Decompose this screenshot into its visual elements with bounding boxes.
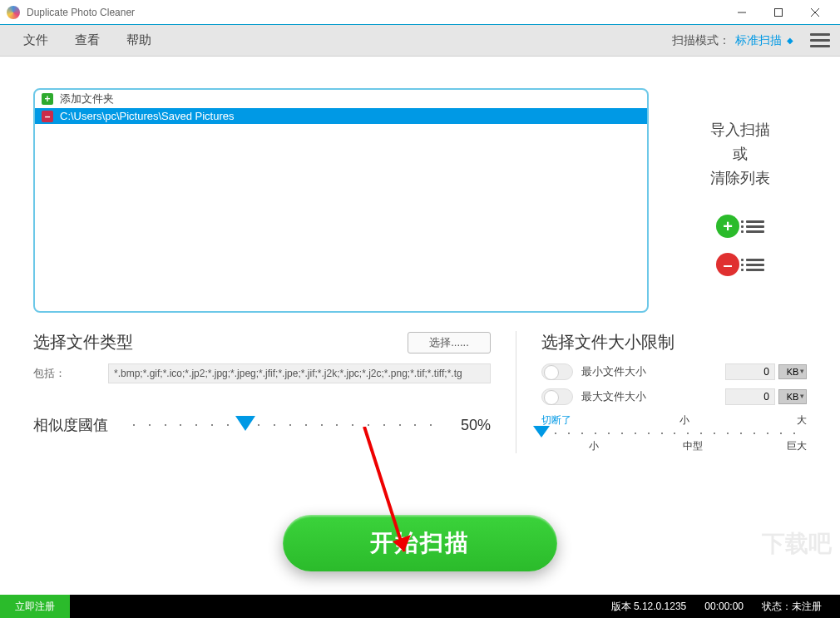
scan-mode-dropdown-icon[interactable]: ◆ bbox=[787, 36, 793, 45]
close-button[interactable] bbox=[797, 1, 833, 24]
cutoff-bot-right: 巨大 bbox=[787, 439, 807, 453]
plus-icon: + bbox=[42, 93, 53, 105]
max-size-label: 最大文件大小 bbox=[581, 389, 725, 404]
watermark: 下载吧 bbox=[762, 528, 832, 560]
menu-help[interactable]: 帮助 bbox=[113, 27, 165, 53]
cutoff-bot-mid: 中型 bbox=[683, 439, 703, 453]
cutoff-top-right: 大 bbox=[797, 413, 807, 428]
minimize-button[interactable] bbox=[724, 1, 760, 24]
add-folder-label: 添加文件夹 bbox=[60, 91, 114, 106]
main-area: + 添加文件夹 – C:\Users\pc\Pictures\Saved Pic… bbox=[0, 57, 840, 586]
register-now-button[interactable]: 立即注册 bbox=[0, 595, 70, 618]
hamburger-menu-icon[interactable] bbox=[810, 33, 830, 47]
add-folder-row[interactable]: + 添加文件夹 bbox=[35, 90, 647, 108]
min-size-label: 最小文件大小 bbox=[581, 364, 725, 379]
minus-circle-icon: – bbox=[716, 253, 739, 276]
cutoff-bot-left: 小 bbox=[589, 439, 599, 453]
threshold-slider[interactable] bbox=[133, 424, 446, 426]
app-icon bbox=[7, 6, 20, 19]
include-extensions-box: *.bmp;*.gif;*.ico;*.jp2;*.jpg;*.jpeg;*.j… bbox=[108, 363, 491, 383]
svg-rect-1 bbox=[775, 8, 783, 16]
max-size-toggle[interactable] bbox=[541, 388, 573, 405]
plus-circle-icon: + bbox=[716, 215, 739, 238]
min-size-value[interactable]: 0 bbox=[725, 363, 775, 380]
registration-status: 状态：未注册 bbox=[762, 600, 822, 614]
elapsed-time: 00:00:00 bbox=[704, 601, 744, 612]
start-scan-button[interactable]: 开始扫描 bbox=[283, 515, 557, 571]
list-lines-icon bbox=[746, 259, 764, 271]
include-label: 包括： bbox=[33, 366, 108, 381]
status-bar: 立即注册 版本 5.12.0.1235 00:00:00 状态：未注册 bbox=[0, 595, 840, 618]
menu-file[interactable]: 文件 bbox=[10, 27, 62, 53]
threshold-label: 相似度國值 bbox=[33, 415, 133, 435]
version-text: 版本 5.12.0.1235 bbox=[611, 600, 687, 614]
scan-mode-label: 扫描模式： bbox=[672, 33, 730, 48]
folder-list-box[interactable]: + 添加文件夹 – C:\Users\pc\Pictures\Saved Pic… bbox=[33, 88, 649, 313]
folder-path-text: C:\Users\pc\Pictures\Saved Pictures bbox=[60, 110, 235, 122]
scan-mode-value[interactable]: 标准扫描 bbox=[735, 33, 782, 48]
max-size-value[interactable]: 0 bbox=[725, 388, 775, 405]
side-actions: 导入扫描 或 清除列表 + – bbox=[674, 88, 807, 313]
import-list-button[interactable]: + bbox=[716, 215, 764, 238]
menu-bar: 文件 查看 帮助 扫描模式： 标准扫描 ◆ bbox=[0, 25, 840, 57]
maximize-button[interactable] bbox=[760, 1, 797, 24]
cutoff-slider-handle[interactable] bbox=[533, 426, 550, 438]
list-lines-icon bbox=[746, 220, 764, 233]
folder-path-row[interactable]: – C:\Users\pc\Pictures\Saved Pictures bbox=[35, 108, 647, 124]
clear-list-button[interactable]: – bbox=[716, 253, 764, 276]
select-filetypes-button[interactable]: 选择...... bbox=[408, 332, 491, 353]
min-size-toggle[interactable] bbox=[541, 363, 573, 380]
min-size-unit[interactable]: KB bbox=[778, 364, 807, 379]
side-actions-label: 导入扫描 或 清除列表 bbox=[710, 118, 770, 190]
menu-view[interactable]: 查看 bbox=[62, 27, 113, 53]
max-size-unit[interactable]: KB bbox=[778, 389, 807, 404]
sizelimit-title: 选择文件大小限制 bbox=[541, 331, 674, 353]
minus-icon: – bbox=[42, 111, 53, 122]
cutoff-top-mid: 小 bbox=[679, 413, 689, 428]
filetypes-title: 选择文件类型 bbox=[33, 331, 133, 353]
cutoff-slider[interactable] bbox=[541, 433, 807, 434]
window-title: Duplicate Photo Cleaner bbox=[27, 7, 724, 18]
threshold-slider-handle[interactable] bbox=[235, 416, 255, 431]
threshold-value: 50% bbox=[461, 417, 491, 434]
title-bar: Duplicate Photo Cleaner bbox=[0, 0, 840, 25]
